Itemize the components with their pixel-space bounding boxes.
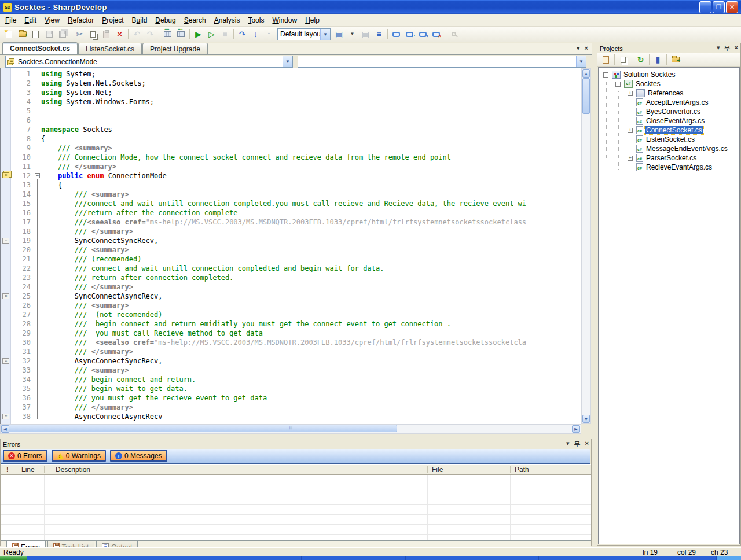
layout-combobox[interactable]: Default layout▼ [277, 28, 331, 40]
chevron-down-icon[interactable]: ▼ [576, 56, 586, 67]
fold-collapse-icon[interactable]: − [35, 173, 40, 178]
rebuild-icon[interactable] [174, 28, 188, 41]
copy-icon[interactable] [86, 28, 100, 41]
horizontal-splitter[interactable] [0, 434, 592, 439]
prev-bookmark-icon[interactable]: ↩ [403, 28, 416, 41]
next-bookmark-icon[interactable]: ↪ [416, 28, 430, 41]
chevron-down-icon[interactable]: ▼ [283, 56, 292, 67]
tree-expander-icon[interactable]: - [603, 72, 608, 78]
tree-item-connectsocket-cs[interactable]: +c#ConnectSocket.cs [628, 126, 703, 135]
vertical-scroll-thumb[interactable] [582, 78, 590, 114]
save-icon[interactable] [42, 28, 56, 41]
pin-icon[interactable]: 무 [724, 44, 731, 53]
window-next-icon[interactable]: ▤ [359, 28, 372, 41]
tree-item-parsersocket-cs[interactable]: +c#ParserSocket.cs [628, 153, 698, 163]
new-file-icon[interactable] [2, 28, 16, 41]
editor-horizontal-scrollbar[interactable]: ◀ ▶ [0, 424, 581, 434]
errors-table-body[interactable] [1, 475, 591, 540]
tab-project-upgrade[interactable]: Project Upgrade [142, 43, 208, 54]
warnings-filter-button[interactable]: 0 Warnings [52, 450, 106, 462]
tab-scroll-icon[interactable]: ▾ [577, 45, 580, 52]
solution-tree[interactable]: -Solution Socktes-c#Socktes+Referencesc#… [598, 67, 740, 544]
tree-item-messageendeventargs-cs[interactable]: c#MessageEndEventArgs.cs [628, 144, 729, 153]
column-header-file[interactable]: File [432, 466, 443, 474]
panel-menu-icon[interactable]: ▾ [717, 44, 720, 53]
tree-item-recieveevantargs-cs[interactable]: c#RecieveEvantArgs.cs [628, 163, 713, 172]
tree-expander-icon[interactable]: - [615, 82, 621, 87]
tab-close-icon[interactable]: × [585, 45, 588, 52]
build-icon[interactable] [161, 28, 174, 41]
restore-button[interactable]: ❐ [713, 1, 725, 13]
delete-icon[interactable]: ✕ [113, 28, 126, 41]
tree-item-socktes[interactable]: -c#Socktes [615, 79, 662, 89]
menu-analysis[interactable]: Analysis [210, 14, 244, 26]
column-header-description[interactable]: Description [56, 466, 90, 474]
scroll-down-icon[interactable]: ▼ [582, 415, 590, 423]
menu-refactor[interactable]: Refactor [64, 14, 98, 26]
menu-search[interactable]: Search [180, 14, 210, 26]
column-separator[interactable] [17, 466, 17, 473]
menu-tools[interactable]: Tools [244, 14, 268, 26]
menu-build[interactable]: Build [128, 14, 152, 26]
refresh-icon[interactable]: ↻ [634, 53, 647, 67]
menu-help[interactable]: Help [301, 14, 324, 26]
errors-filter-button[interactable]: ✕0 Errors [3, 450, 47, 462]
dropdown-arrow-icon[interactable]: ▼ [346, 28, 359, 41]
toggle-bookmark-icon[interactable] [390, 28, 403, 41]
undo-icon[interactable]: ↶ [130, 28, 144, 41]
comment-region-icon[interactable]: ≡ [372, 28, 386, 41]
cut-icon[interactable]: ✂ [73, 28, 86, 41]
horizontal-scroll-thumb[interactable] [1, 425, 397, 432]
close-button[interactable]: ✕ [726, 1, 738, 13]
column-header-path[interactable]: Path [515, 466, 529, 474]
messages-filter-button[interactable]: i0 Messages [110, 450, 167, 462]
code-text[interactable]: using System;using System.Net.Sockets;us… [41, 69, 581, 421]
clear-bookmarks-icon[interactable]: ✕ [430, 28, 443, 41]
menu-debug[interactable]: Debug [151, 14, 179, 26]
tree-item-listensocket-cs[interactable]: c#ListenSocket.cs [628, 135, 696, 144]
step-into-icon[interactable]: ↓ [249, 28, 262, 41]
tree-expander-icon[interactable]: + [628, 128, 633, 133]
close-icon[interactable]: × [585, 440, 589, 448]
column-separator[interactable] [44, 466, 45, 473]
tab-connectsocket-cs[interactable]: ConnectSocket.cs [2, 42, 78, 54]
paste-icon[interactable] [100, 28, 113, 41]
save-all-icon[interactable] [56, 28, 69, 41]
redo-icon[interactable]: ↷ [144, 28, 157, 41]
menu-file[interactable]: File [1, 14, 20, 26]
errors-table-header[interactable]: !LineDescriptionFilePath [1, 464, 591, 475]
windows-taskbar-edge[interactable] [0, 556, 741, 560]
open-project-icon[interactable] [29, 28, 42, 41]
properties-icon[interactable] [599, 53, 612, 67]
tree-expander-icon[interactable]: + [628, 91, 633, 96]
scroll-left-icon[interactable]: ◀ [1, 425, 9, 433]
tree-item-accepteventargs-cs[interactable]: c#AcceptEventArgs.cs [628, 98, 709, 107]
show-all-files-icon[interactable] [617, 53, 630, 67]
menu-view[interactable]: View [41, 14, 64, 26]
pin-icon[interactable]: 무 [574, 440, 581, 448]
tree-item-references[interactable]: +References [628, 89, 684, 98]
open-folder-icon[interactable]: ➜ [669, 53, 682, 67]
step-out-icon[interactable]: ↑ [262, 28, 276, 41]
tree-item-solution-socktes[interactable]: -Solution Socktes [603, 70, 676, 79]
member-combobox[interactable]: ▼ [298, 56, 586, 68]
run-icon[interactable]: ▶ [192, 28, 205, 41]
fold-margin[interactable]: − [34, 68, 41, 424]
window-list-icon[interactable]: ▤ [332, 28, 346, 41]
tree-item-closeeventargs-cs[interactable]: c#CloseEventArgs.cs [628, 116, 706, 126]
minimize-button[interactable]: _ [699, 1, 711, 13]
stop-icon[interactable]: ■ [218, 28, 232, 41]
run-without-debug-icon[interactable]: ▷ [205, 28, 218, 41]
column-header-line[interactable]: Line [21, 466, 35, 474]
scroll-right-icon[interactable]: ▶ [572, 425, 580, 433]
open-file-icon[interactable]: ➜ [16, 28, 29, 41]
vertical-splitter[interactable] [592, 43, 597, 546]
close-icon[interactable]: × [735, 44, 738, 53]
tab-listensocket-cs[interactable]: ListenSocket.cs [78, 43, 142, 54]
chevron-down-icon[interactable]: ▼ [320, 29, 330, 40]
menu-window[interactable]: Window [268, 14, 301, 26]
start-button-edge[interactable] [0, 556, 27, 560]
type-combobox[interactable]: Socktes.ConnectionMode ▼ [5, 56, 293, 68]
column-separator[interactable] [427, 466, 428, 473]
scroll-up-icon[interactable]: ▲ [582, 69, 590, 78]
